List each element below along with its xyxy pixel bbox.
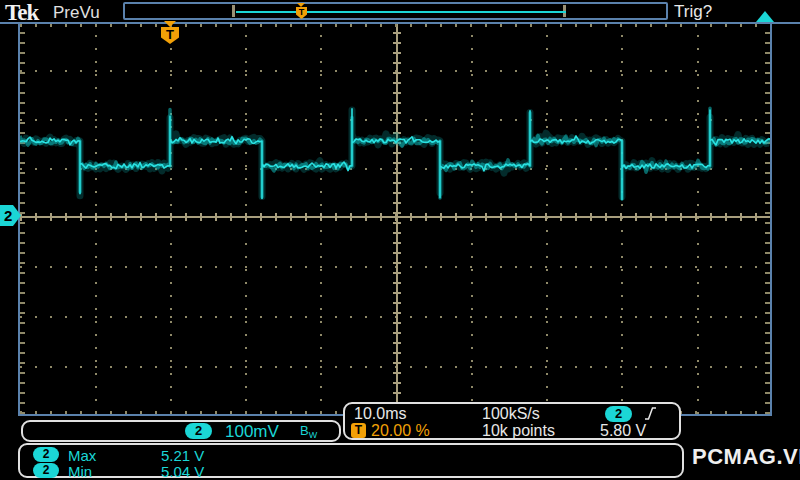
trigger-position-readout: 20.00 % bbox=[371, 422, 430, 440]
bandwidth-b: B bbox=[300, 423, 309, 438]
trigger-arrow-icon bbox=[164, 21, 176, 27]
trigger-slope-icon bbox=[644, 405, 657, 422]
oscilloscope-screen: { "header": { "logo": "Tek", "acq_status… bbox=[0, 0, 800, 480]
trigger-t-icon: T bbox=[161, 27, 179, 44]
trigger-source-badge: 2 bbox=[605, 406, 632, 422]
horizontal-trigger-readout-box: 10.0ms 100kS/s 2 T 20.00 % 10k points 5.… bbox=[343, 402, 681, 440]
measurement-row: 2 Max 5.21 V bbox=[20, 447, 682, 462]
trigger-position-flag: T bbox=[161, 21, 179, 44]
channel-readout-box: 2 100mV BW bbox=[21, 420, 341, 442]
bandwidth-limit-indicator: BW bbox=[300, 423, 317, 440]
bandwidth-sub: W bbox=[309, 430, 318, 440]
sample-rate-readout: 100kS/s bbox=[482, 405, 540, 423]
measurements-box: 2 Max 5.21 V 2 Min 5.04 V bbox=[18, 443, 684, 478]
channel-2-badge: 2 bbox=[185, 423, 212, 439]
trigger-level-readout: 5.80 V bbox=[600, 422, 646, 440]
vertical-scale-readout: 100mV bbox=[225, 422, 279, 442]
record-length-readout: 10k points bbox=[482, 422, 555, 440]
watermark: PCMAG.VN bbox=[692, 444, 800, 470]
trigger-type-badge: T bbox=[351, 423, 366, 438]
measurement-name: Min bbox=[68, 463, 92, 480]
timebase-readout: 10.0ms bbox=[354, 405, 406, 423]
offscreen-level-arrow-icon bbox=[756, 11, 774, 22]
measurement-channel-badge: 2 bbox=[33, 463, 59, 478]
measurement-row: 2 Min 5.04 V bbox=[20, 462, 682, 477]
measurement-value: 5.04 V bbox=[161, 463, 204, 480]
measurement-channel-badge: 2 bbox=[33, 447, 59, 462]
